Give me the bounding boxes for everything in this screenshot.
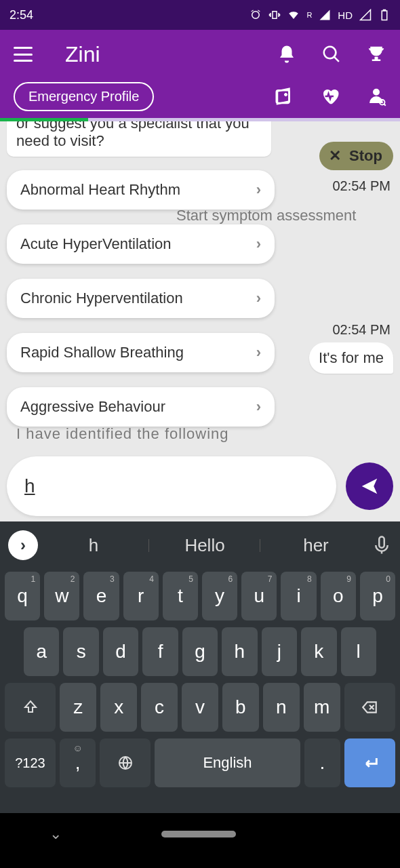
key-l[interactable]: l (341, 627, 376, 676)
key-h[interactable]: h (222, 627, 257, 676)
key-u[interactable]: u7 (241, 572, 277, 620)
period-key[interactable]: . (304, 738, 341, 787)
chevron-right-icon: › (256, 290, 261, 307)
emergency-profile-button[interactable]: Emergency Profile (14, 82, 154, 111)
suggestion[interactable]: h (38, 535, 149, 556)
option-label: Rapid Shallow Breathing (20, 344, 184, 361)
close-icon: ✕ (326, 147, 344, 165)
trophy-icon[interactable] (366, 44, 386, 64)
chat-area: or suggest you a specialist that you nee… (0, 121, 400, 521)
key-k[interactable]: k (301, 627, 336, 676)
key-o[interactable]: o9 (321, 572, 356, 620)
android-nav-bar: ⌄ (0, 813, 400, 855)
behind-message: I have identified the following (16, 425, 229, 443)
symptom-option[interactable]: Chronic Hyperventilation › (7, 279, 275, 318)
input-row: h (7, 456, 393, 516)
key-g[interactable]: g (182, 627, 218, 676)
comma-key[interactable]: ☺ , (60, 738, 96, 787)
suggestion[interactable]: Hello (149, 535, 260, 556)
battery-icon (378, 9, 391, 21)
key-r[interactable]: r4 (123, 572, 159, 620)
key-y[interactable]: y6 (202, 572, 237, 620)
emoji-icon: ☺ (73, 743, 83, 753)
message-input[interactable]: h (7, 456, 336, 516)
timestamp: 02:54 PM (332, 322, 391, 338)
user-search-icon[interactable] (366, 86, 386, 106)
symbols-key[interactable]: ?123 (5, 738, 56, 787)
wifi-icon (287, 9, 300, 21)
globe-icon (117, 755, 134, 771)
app-title: Zini (65, 42, 100, 67)
key-n[interactable]: n (263, 683, 300, 732)
shift-key[interactable] (5, 683, 56, 732)
mic-icon[interactable] (372, 535, 392, 555)
enter-key[interactable] (344, 738, 395, 787)
symptom-option[interactable]: Aggressive Behaviour › (7, 387, 275, 427)
suggestion-row: › h Hello her (3, 526, 397, 565)
prescription-icon[interactable] (274, 86, 294, 106)
key-d[interactable]: d (103, 627, 138, 676)
stop-button[interactable]: ✕ Stop (319, 142, 393, 170)
input-text: h (24, 475, 35, 497)
backspace-key[interactable] (344, 683, 395, 732)
key-w[interactable]: w2 (44, 572, 79, 620)
menu-icon[interactable] (14, 47, 33, 62)
key-c[interactable]: c (141, 683, 178, 732)
key-j[interactable]: j (262, 627, 297, 676)
symptom-option[interactable]: Abnormal Heart Rhythm › (7, 170, 275, 210)
key-z[interactable]: z (60, 683, 96, 732)
roaming-indicator: R (306, 11, 312, 19)
symptom-option[interactable]: Rapid Shallow Breathing › (7, 333, 275, 372)
chevron-right-icon: › (256, 181, 261, 199)
suggestion[interactable]: her (260, 535, 372, 556)
chevron-right-icon: › (256, 344, 261, 361)
hd-indicator: HD (338, 9, 353, 21)
send-button[interactable] (346, 462, 393, 510)
symptom-option[interactable]: Acute HyperVentilation › (7, 224, 275, 264)
key-p[interactable]: p0 (360, 572, 395, 620)
keyboard: › h Hello her q1w2e3r4t5y6u7i8o9p0 asdfg… (0, 521, 400, 813)
nav-down-icon[interactable]: ⌄ (49, 825, 62, 843)
timestamp: 02:54 PM (332, 178, 391, 194)
space-key[interactable]: English (155, 738, 300, 787)
signal-icon (319, 9, 331, 21)
key-i[interactable]: i8 (281, 572, 316, 620)
vibrate-icon (268, 9, 281, 21)
option-label: Aggressive Behaviour (20, 398, 165, 416)
chevron-right-icon: › (256, 235, 261, 253)
stop-label: Stop (349, 147, 382, 165)
option-label: Chronic Hyperventilation (20, 290, 183, 307)
alarm-icon (249, 9, 262, 21)
enter-icon (361, 753, 380, 772)
key-x[interactable]: x (100, 683, 137, 732)
key-q[interactable]: q1 (5, 572, 40, 620)
chevron-right-icon: › (256, 398, 261, 416)
status-time: 2:54 (9, 8, 33, 22)
key-s[interactable]: s (63, 627, 98, 676)
language-key[interactable] (100, 738, 151, 787)
key-f[interactable]: f (142, 627, 178, 676)
key-v[interactable]: v (182, 683, 218, 732)
key-m[interactable]: m (304, 683, 340, 732)
app-bar: Zini Emergency Profile (0, 30, 400, 121)
backspace-icon (361, 698, 378, 716)
nav-handle[interactable] (161, 831, 236, 837)
status-icons: R HD (249, 9, 391, 21)
bell-icon[interactable] (277, 44, 297, 64)
status-bar: 2:54 R HD (0, 0, 400, 30)
option-label: Abnormal Heart Rhythm (20, 181, 180, 199)
key-a[interactable]: a (24, 627, 59, 676)
key-b[interactable]: b (222, 683, 259, 732)
bot-message-partial: or suggest you a specialist that you nee… (7, 121, 271, 157)
key-t[interactable]: t5 (163, 572, 198, 620)
user-message: It's for me (309, 342, 393, 374)
heart-rate-icon[interactable] (320, 86, 340, 106)
key-e[interactable]: e3 (83, 572, 119, 620)
option-label: Acute HyperVentilation (20, 235, 172, 253)
search-icon[interactable] (321, 44, 342, 64)
shift-icon (22, 699, 39, 715)
signal2-icon (359, 9, 372, 21)
send-icon (359, 476, 380, 496)
expand-suggestions-button[interactable]: › (8, 530, 38, 560)
